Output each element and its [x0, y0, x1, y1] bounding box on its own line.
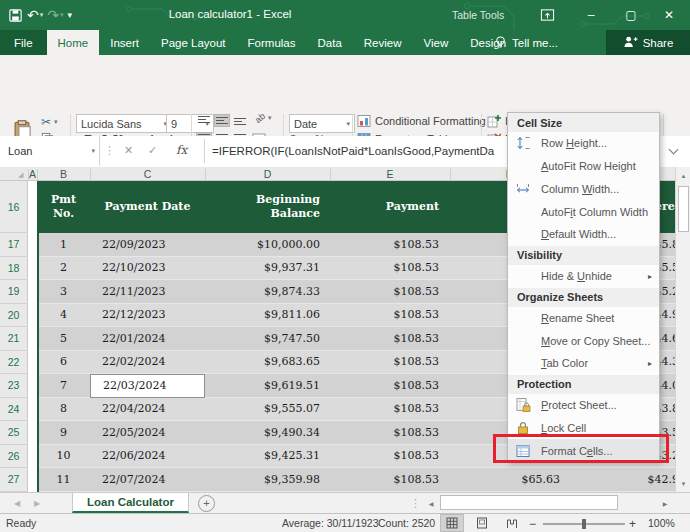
- cell-e26[interactable]: $108.53: [330, 445, 450, 469]
- cell-b26[interactable]: 10: [37, 445, 90, 469]
- cell-c26[interactable]: 22/06/2024: [90, 445, 205, 469]
- row-header-23[interactable]: 23: [0, 374, 28, 398]
- cell-c19[interactable]: 22/11/2023: [90, 280, 205, 304]
- cell-e19[interactable]: $108.53: [330, 280, 450, 304]
- row-header-24[interactable]: 24: [0, 398, 28, 422]
- menu-item-autofit-row-height[interactable]: AutoFit Row Height: [508, 155, 659, 178]
- number-format-select[interactable]: Date▾: [289, 114, 355, 133]
- cell-d24[interactable]: $9,555.07: [205, 398, 330, 422]
- cell-a27[interactable]: [28, 468, 37, 492]
- cell-b17[interactable]: 1: [37, 233, 90, 257]
- zoom-level[interactable]: 100%: [648, 517, 675, 529]
- tab-file[interactable]: File: [0, 30, 47, 55]
- cell-c24[interactable]: 22/04/2024: [90, 398, 205, 422]
- cell-c27[interactable]: 22/07/2024: [90, 468, 205, 492]
- cell-a23[interactable]: [28, 374, 37, 398]
- table-header-beginning_balance[interactable]: Beginning Balance: [205, 181, 330, 233]
- bottom-align-button[interactable]: [233, 115, 247, 126]
- sheet-tab-loan-calculator[interactable]: Loan Calculator: [72, 493, 189, 513]
- tab-review[interactable]: Review: [353, 30, 413, 55]
- menu-item-hide-unhide[interactable]: Hide & Unhide▸: [508, 265, 659, 288]
- top-align-button[interactable]: [197, 115, 211, 126]
- cell-a16[interactable]: [28, 181, 37, 233]
- cell-e24[interactable]: $108.53: [330, 398, 450, 422]
- name-box-dropdown-icon[interactable]: ▾: [91, 147, 95, 155]
- minimize-button[interactable]: –: [574, 0, 608, 30]
- maximize-button[interactable]: ▢: [614, 0, 648, 30]
- cell-d20[interactable]: $9,811.06: [205, 304, 330, 328]
- menu-item-autofit-column-width[interactable]: AutoFit Column Width: [508, 200, 659, 223]
- cell-d18[interactable]: $9,937.31: [205, 257, 330, 281]
- column-header-a[interactable]: A: [28, 168, 37, 180]
- next-sheet-icon[interactable]: ▶: [34, 499, 40, 508]
- cell-e22[interactable]: $108.53: [330, 351, 450, 375]
- tab-data[interactable]: Data: [307, 30, 353, 55]
- menu-item-rename-sheet[interactable]: Rename Sheet: [508, 307, 659, 330]
- cell-d23[interactable]: $9,619.51: [205, 374, 330, 398]
- cell-e21[interactable]: $108.53: [330, 327, 450, 351]
- menu-item-protect-sheet[interactable]: Protect Sheet...: [508, 394, 659, 417]
- menu-item-column-width[interactable]: Column Width...: [508, 178, 659, 201]
- hscroll-right-button[interactable]: ▶: [658, 495, 672, 511]
- hscroll-left-button[interactable]: ◀: [424, 495, 438, 511]
- cell-e18[interactable]: $108.53: [330, 257, 450, 281]
- cell-b22[interactable]: 6: [37, 351, 90, 375]
- tab-view[interactable]: View: [413, 30, 460, 55]
- row-header-27[interactable]: 27: [0, 468, 28, 492]
- cell-e20[interactable]: $108.53: [330, 304, 450, 328]
- cell-b21[interactable]: 5: [37, 327, 90, 351]
- select-all-icon[interactable]: ◢: [18, 171, 23, 179]
- cell-c18[interactable]: 22/10/2023: [90, 257, 205, 281]
- cell-c25[interactable]: 22/05/2024: [90, 421, 205, 445]
- cell-d19[interactable]: $9,874.33: [205, 280, 330, 304]
- page-break-view-button[interactable]: [501, 515, 523, 531]
- zoom-out-icon[interactable]: −: [529, 517, 536, 531]
- cell-d26[interactable]: $9,425.31: [205, 445, 330, 469]
- cell-c23[interactable]: 22/03/2024: [90, 374, 205, 398]
- cell-d22[interactable]: $9,683.65: [205, 351, 330, 375]
- cell-e27[interactable]: $108.53: [330, 468, 450, 492]
- name-box-splitter[interactable]: ⋮: [104, 144, 115, 157]
- prev-sheet-icon[interactable]: ◀: [14, 499, 20, 508]
- tab-home[interactable]: Home: [47, 30, 100, 55]
- row-header-25[interactable]: 25: [0, 421, 28, 445]
- cell-b27[interactable]: 11: [37, 468, 90, 492]
- cell-a20[interactable]: [28, 304, 37, 328]
- zoom-slider-thumb[interactable]: [582, 519, 586, 529]
- zoom-in-icon[interactable]: +: [629, 517, 636, 531]
- cell-e17[interactable]: $108.53: [330, 233, 450, 257]
- cell-b23[interactable]: 7: [37, 374, 90, 398]
- vertical-scroll-thumb[interactable]: [678, 186, 689, 232]
- cell-a17[interactable]: [28, 233, 37, 257]
- cell-d21[interactable]: $9,747.50: [205, 327, 330, 351]
- cell-b24[interactable]: 8: [37, 398, 90, 422]
- cancel-icon[interactable]: ✕: [124, 144, 133, 157]
- row-header-22[interactable]: 22: [0, 351, 28, 375]
- tab-page-layout[interactable]: Page Layout: [150, 30, 237, 55]
- tell-me-box[interactable]: Tell me...: [494, 30, 558, 55]
- cell-a26[interactable]: [28, 445, 37, 469]
- row-header-26[interactable]: 26: [0, 445, 28, 469]
- row-header-18[interactable]: 18: [0, 257, 28, 281]
- ribbon-display-options-icon[interactable]: [540, 8, 555, 24]
- scroll-down-button[interactable]: ▼: [677, 475, 690, 492]
- column-header-e[interactable]: E: [330, 168, 450, 180]
- insert-function-icon[interactable]: fx: [176, 143, 187, 157]
- cell-b20[interactable]: 4: [37, 304, 90, 328]
- column-header-b[interactable]: B: [37, 168, 90, 180]
- scroll-up-button[interactable]: ▲: [677, 167, 690, 184]
- menu-item-tab-color[interactable]: Tab Color▸: [508, 352, 659, 375]
- share-button[interactable]: Share: [606, 30, 690, 55]
- cell-c17[interactable]: 22/09/2023: [90, 233, 205, 257]
- cut-button[interactable]: ✂▾: [41, 115, 58, 129]
- redo-button[interactable]: ↷▾: [47, 7, 63, 23]
- orientation-button[interactable]: ab▾: [255, 113, 272, 123]
- row-header-17[interactable]: 17: [0, 233, 28, 257]
- column-header-c[interactable]: C: [90, 168, 205, 180]
- table-header-payment[interactable]: Payment: [330, 181, 450, 233]
- tab-formulas[interactable]: Formulas: [237, 30, 307, 55]
- tab-scroll-splitter[interactable]: ⋮: [410, 497, 421, 510]
- enter-icon[interactable]: ✓: [148, 144, 157, 157]
- menu-item-move-or-copy-sheet[interactable]: Move or Copy Sheet...: [508, 329, 659, 352]
- vertical-scrollbar[interactable]: ▲ ▼: [675, 167, 690, 492]
